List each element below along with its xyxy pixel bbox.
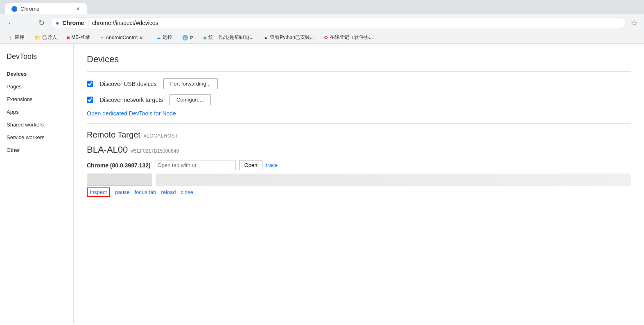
sidebar-item-devices[interactable]: Devices bbox=[0, 68, 73, 80]
tab-thumbnail bbox=[87, 174, 152, 186]
tab-content-preview bbox=[156, 174, 631, 186]
device-id-text: #5EF0217B15000649 bbox=[131, 148, 179, 154]
bookmark-lz[interactable]: 🌐 lz bbox=[179, 34, 197, 41]
bookmark-zhanzhang[interactable]: ◆ 统一作战指挥系统(... bbox=[200, 33, 257, 42]
bookmark-yidaoru-icon: 📁 bbox=[34, 35, 41, 41]
page-title: Devices bbox=[87, 54, 631, 65]
bookmark-apps[interactable]: ⋮ 应用 bbox=[5, 33, 28, 42]
back-button[interactable]: ← bbox=[5, 17, 17, 29]
bookmark-python[interactable]: ▲ 查看Python已安装... bbox=[260, 33, 317, 42]
focus-tab-link[interactable]: focus tab bbox=[135, 189, 156, 195]
main-container: DevTools Devices Pages Extensions Apps S… bbox=[0, 44, 644, 324]
address-bar[interactable]: ● Chrome | chrome://inspect/#devices bbox=[50, 18, 626, 28]
pause-link[interactable]: pause bbox=[115, 189, 129, 195]
bookmark-android-icon: ✦ bbox=[100, 35, 104, 41]
bookmark-python-icon: ▲ bbox=[263, 35, 268, 41]
trace-link[interactable]: trace bbox=[266, 162, 278, 168]
devtools-node-link[interactable]: Open dedicated DevTools for Node bbox=[87, 110, 176, 117]
sidebar-item-extensions[interactable]: Extensions bbox=[0, 93, 73, 106]
divider-middle bbox=[87, 123, 631, 124]
browser-tab[interactable]: Chrome ✕ bbox=[5, 3, 87, 14]
bookmark-online[interactable]: ✿ 在线登记（软件协... bbox=[321, 33, 376, 42]
port-forwarding-button[interactable]: Port forwarding... bbox=[163, 78, 218, 89]
bookmark-yuankong-icon: ☁ bbox=[156, 35, 161, 41]
bookmark-android[interactable]: ✦ AndroidControl v... bbox=[97, 34, 149, 41]
chrome-version-label: Chrome (80.0.3987.132) bbox=[87, 162, 151, 169]
sidebar-item-service-workers[interactable]: Service workers bbox=[0, 131, 73, 144]
configure-button[interactable]: Configure... bbox=[169, 94, 211, 105]
discover-network-label: Discover network targets bbox=[100, 97, 163, 103]
sidebar-item-apps[interactable]: Apps bbox=[0, 106, 73, 118]
bookmark-mb-icon: ■ bbox=[67, 35, 70, 41]
close-link[interactable]: close bbox=[181, 189, 193, 195]
bookmark-mb[interactable]: ■ MB-登录 bbox=[63, 33, 93, 42]
remote-target-heading: Remote Target #LOCALHOST bbox=[87, 130, 631, 140]
bookmark-yuankong[interactable]: ☁ 远控 bbox=[153, 33, 176, 42]
address-text: Chrome | chrome://inspect/#devices bbox=[62, 20, 158, 26]
security-icon: ● bbox=[56, 20, 59, 26]
open-tab-button[interactable]: Open bbox=[239, 160, 263, 170]
sidebar-item-shared-workers[interactable]: Shared workers bbox=[0, 118, 73, 131]
remote-target-section: Remote Target #LOCALHOST BLA-AL00 #5EF02… bbox=[87, 130, 631, 197]
sidebar-item-other[interactable]: Other bbox=[0, 144, 73, 156]
remote-target-sub: #LOCALHOST bbox=[144, 133, 178, 139]
bookmark-online-icon: ✿ bbox=[324, 35, 328, 41]
bookmark-lz-icon: 🌐 bbox=[182, 35, 188, 41]
bookmark-zhanzhang-icon: ◆ bbox=[203, 35, 207, 41]
chrome-info-row: Chrome (80.0.3987.132) Open trace bbox=[87, 160, 631, 170]
sidebar-title: DevTools bbox=[0, 52, 73, 68]
divider-top bbox=[87, 71, 631, 72]
tab-favicon bbox=[11, 6, 17, 12]
content-area: Devices Discover USB devices Port forwar… bbox=[74, 44, 644, 324]
address-separator: | bbox=[87, 20, 89, 26]
navigation-bar: ← → ↻ ● Chrome | chrome://inspect/#devic… bbox=[0, 14, 644, 32]
discover-usb-label: Discover USB devices bbox=[100, 81, 157, 87]
tab-thumbnail-row bbox=[87, 174, 631, 186]
tab-actions-row: inspect pause focus tab reload close bbox=[87, 187, 631, 197]
devtools-node-row: Open dedicated DevTools for Node bbox=[87, 110, 631, 117]
discover-usb-row: Discover USB devices Port forwarding... bbox=[87, 78, 631, 89]
open-tab-url-input[interactable] bbox=[154, 160, 236, 170]
sidebar-item-pages[interactable]: Pages bbox=[0, 80, 73, 93]
bookmarks-bar: ⋮ 应用 📁 已导入 ■ MB-登录 ✦ AndroidControl v...… bbox=[0, 32, 644, 44]
inspect-link[interactable]: inspect bbox=[87, 187, 110, 197]
forward-button[interactable]: → bbox=[20, 17, 33, 29]
reload-link[interactable]: reload bbox=[161, 189, 176, 195]
device-name-text: BLA-AL00 bbox=[87, 144, 128, 155]
device-name-row: BLA-AL00 #5EF0217B15000649 bbox=[87, 144, 631, 155]
discover-usb-checkbox[interactable] bbox=[87, 81, 93, 87]
bookmark-apps-icon: ⋮ bbox=[8, 35, 13, 41]
tab-label: Chrome bbox=[20, 6, 39, 12]
discover-network-checkbox[interactable] bbox=[87, 97, 93, 103]
bookmark-yidaoru[interactable]: 📁 已导入 bbox=[31, 33, 60, 42]
bookmark-star-button[interactable]: ☆ bbox=[629, 17, 639, 29]
sidebar: DevTools Devices Pages Extensions Apps S… bbox=[0, 44, 74, 324]
discover-network-row: Discover network targets Configure... bbox=[87, 94, 631, 105]
tab-close-button[interactable]: ✕ bbox=[76, 6, 80, 12]
reload-button[interactable]: ↻ bbox=[36, 17, 47, 29]
